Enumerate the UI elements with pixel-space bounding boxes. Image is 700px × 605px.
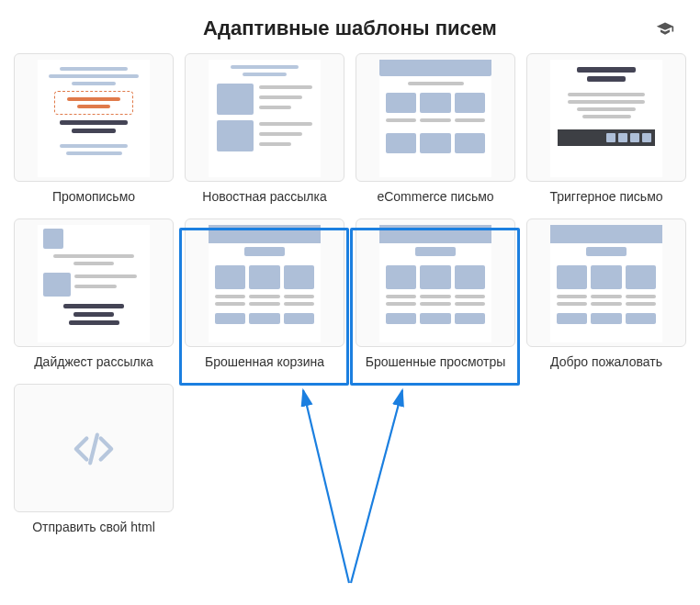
- template-card-own-html: Отправить свой html: [14, 384, 174, 534]
- template-label: Триггерное письмо: [549, 189, 662, 204]
- template-card-abandoned-views: Брошенные просмотры: [356, 218, 515, 369]
- page-title: Адаптивные шаблоны писем: [203, 17, 497, 40]
- template-label: Добро пожаловать: [550, 354, 662, 369]
- template-tile[interactable]: [526, 218, 686, 347]
- template-label: eCommerce письмо: [377, 189, 493, 204]
- template-card-abandoned-cart: Брошенная корзина: [185, 218, 344, 369]
- header: Адаптивные шаблоны писем: [0, 0, 700, 53]
- template-label: Дайджест рассылка: [34, 354, 153, 369]
- template-tile[interactable]: [526, 53, 686, 182]
- template-tile[interactable]: [356, 218, 515, 347]
- template-label: Брошенная корзина: [205, 354, 324, 369]
- template-card-newsletter: Новостная рассылка: [185, 53, 344, 204]
- svg-line-0: [90, 435, 97, 464]
- template-card-ecommerce: eCommerce письмо: [356, 53, 515, 204]
- graduation-cap-icon[interactable]: [656, 20, 674, 42]
- template-tile[interactable]: [185, 218, 344, 347]
- template-card-trigger: Триггерное письмо: [526, 53, 686, 204]
- template-card-digest: Дайджест рассылка: [14, 218, 174, 369]
- template-label: Брошенные просмотры: [366, 354, 506, 369]
- template-card-welcome: Добро пожаловать: [526, 218, 686, 369]
- template-card-promo: Промописьмо: [14, 53, 174, 204]
- template-tile[interactable]: [14, 384, 174, 512]
- template-tile[interactable]: [185, 53, 344, 182]
- code-icon: [73, 428, 115, 474]
- template-tile[interactable]: [356, 53, 515, 182]
- template-label: Новостная рассылка: [202, 189, 326, 204]
- template-tile[interactable]: [14, 53, 174, 182]
- template-grid: Промописьмо: [0, 53, 700, 534]
- template-tile[interactable]: [14, 218, 174, 347]
- template-label: Промописьмо: [52, 189, 135, 204]
- template-label: Отправить свой html: [32, 520, 155, 534]
